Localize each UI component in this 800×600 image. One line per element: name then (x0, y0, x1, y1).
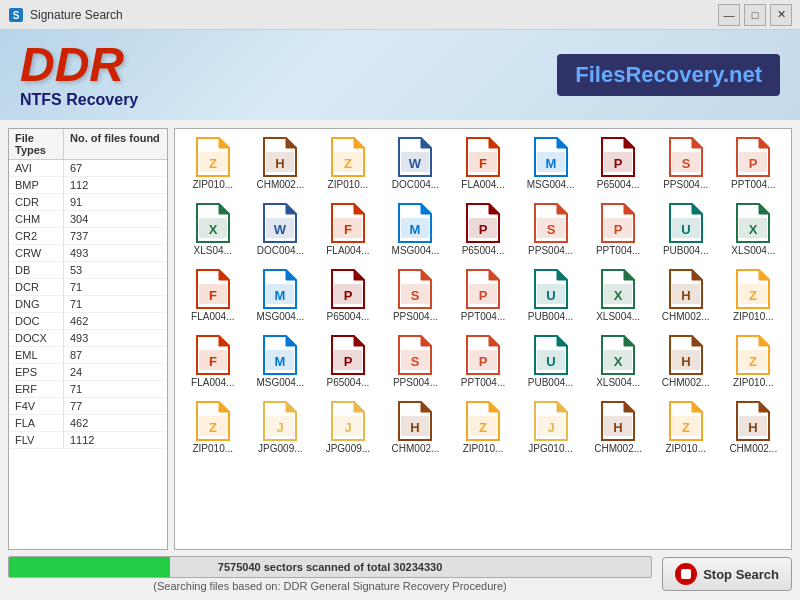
icon-item[interactable]: Z ZIP010... (720, 265, 788, 327)
icon-item[interactable]: J JPG009... (314, 397, 382, 459)
icon-item[interactable]: S PPS004... (652, 133, 720, 195)
file-type-row[interactable]: CDR91 (9, 194, 167, 211)
file-type-row[interactable]: AVI67 (9, 160, 167, 177)
icon-item[interactable]: U PUB004... (517, 331, 585, 393)
icon-item[interactable]: Z ZIP010... (449, 397, 517, 459)
icon-item[interactable]: H CHM002... (584, 397, 652, 459)
icon-item[interactable]: P P65004... (449, 199, 517, 261)
file-type-row[interactable]: EML87 (9, 347, 167, 364)
icon-item[interactable]: J JPG009... (247, 397, 315, 459)
file-type-row[interactable]: F4V77 (9, 398, 167, 415)
svg-text:Z: Z (749, 288, 757, 303)
icon-label: CHM002... (392, 443, 440, 455)
ft-count-cell: 71 (64, 296, 167, 312)
icon-item[interactable]: H CHM002... (720, 397, 788, 459)
file-icon-ppt: P (463, 269, 503, 309)
icon-item[interactable]: P P65004... (584, 133, 652, 195)
svg-text:P: P (344, 288, 353, 303)
svg-text:M: M (410, 222, 421, 237)
maximize-button[interactable]: □ (744, 4, 766, 26)
icon-label: FLA004... (191, 377, 234, 389)
icon-item[interactable]: P PPT004... (449, 265, 517, 327)
icon-item[interactable]: S PPS004... (382, 331, 450, 393)
file-icon-p65: P (463, 203, 503, 243)
icon-item[interactable]: M MSG004... (247, 265, 315, 327)
ft-type-cell: DOC (9, 313, 64, 329)
icon-item[interactable]: H CHM002... (652, 331, 720, 393)
icon-item[interactable]: H CHM002... (247, 133, 315, 195)
icon-item[interactable]: Z ZIP010... (314, 133, 382, 195)
icon-label: PUB004... (663, 245, 709, 257)
icon-item[interactable]: X XLS04... (179, 199, 247, 261)
icon-item[interactable]: P PPT004... (720, 133, 788, 195)
icon-label: PPT004... (461, 377, 505, 389)
icon-item[interactable]: X XLS004... (720, 199, 788, 261)
ft-count-cell: 737 (64, 228, 167, 244)
file-type-row[interactable]: CHM304 (9, 211, 167, 228)
icon-item[interactable]: F FLA004... (179, 331, 247, 393)
svg-text:H: H (681, 288, 690, 303)
file-type-row[interactable]: EPS24 (9, 364, 167, 381)
svg-text:Z: Z (209, 420, 217, 435)
icon-item[interactable]: M MSG004... (517, 133, 585, 195)
icon-label: ZIP010... (192, 443, 233, 455)
file-type-row[interactable]: BMP112 (9, 177, 167, 194)
file-type-row[interactable]: CR2737 (9, 228, 167, 245)
close-button[interactable]: ✕ (770, 4, 792, 26)
file-type-row[interactable]: DOC462 (9, 313, 167, 330)
minimize-button[interactable]: — (718, 4, 740, 26)
svg-text:Z: Z (479, 420, 487, 435)
file-type-row[interactable]: FLV1112 (9, 432, 167, 449)
icon-item[interactable]: P P65004... (314, 331, 382, 393)
icon-item[interactable]: W DOC004... (247, 199, 315, 261)
icon-item[interactable]: M MSG004... (382, 199, 450, 261)
svg-text:F: F (479, 156, 487, 171)
file-icon-chm: H (598, 401, 638, 441)
file-type-row[interactable]: DB53 (9, 262, 167, 279)
svg-text:X: X (614, 354, 623, 369)
icon-row: Z ZIP010... H CHM002... Z ZIP010... (179, 133, 787, 195)
file-type-row[interactable]: DNG71 (9, 296, 167, 313)
svg-text:W: W (409, 156, 422, 171)
file-types-header: File Types No. of files found (9, 129, 167, 160)
file-types-list[interactable]: AVI67BMP112CDR91CHM304CR2737CRW493DB53DC… (9, 160, 167, 549)
icon-item[interactable]: H CHM002... (652, 265, 720, 327)
file-type-row[interactable]: DCR71 (9, 279, 167, 296)
icon-item[interactable]: U PUB004... (517, 265, 585, 327)
file-type-row[interactable]: FLA462 (9, 415, 167, 432)
icon-grid-panel[interactable]: Z ZIP010... H CHM002... Z ZIP010... (174, 128, 792, 550)
icon-item[interactable]: J JPG010... (517, 397, 585, 459)
file-type-row[interactable]: CRW493 (9, 245, 167, 262)
icon-item[interactable]: Z ZIP010... (720, 331, 788, 393)
icon-item[interactable]: S PPS004... (382, 265, 450, 327)
icon-item[interactable]: X XLS004... (584, 331, 652, 393)
icon-row: F FLA004... M MSG004... P P65004... (179, 265, 787, 327)
icon-item[interactable]: Z ZIP010... (652, 397, 720, 459)
icon-item[interactable]: P PPT004... (449, 331, 517, 393)
icon-label: CHM002... (662, 311, 710, 323)
title-bar-controls: — □ ✕ (718, 4, 792, 26)
svg-text:P: P (479, 222, 488, 237)
icon-item[interactable]: F FLA004... (179, 265, 247, 327)
icon-item[interactable]: F FLA004... (449, 133, 517, 195)
ft-count-cell: 1112 (64, 432, 167, 448)
icon-item[interactable]: M MSG004... (247, 331, 315, 393)
header-banner: DDR NTFS Recovery FilesRecovery.net (0, 30, 800, 120)
file-type-row[interactable]: ERF71 (9, 381, 167, 398)
icon-label: DOC004... (257, 245, 304, 257)
icon-item[interactable]: P P65004... (314, 265, 382, 327)
progress-text: 7575040 sectors scanned of total 3023433… (218, 561, 442, 573)
icon-item[interactable]: Z ZIP010... (179, 133, 247, 195)
icon-item[interactable]: P PPT004... (584, 199, 652, 261)
icon-item[interactable]: W DOC004... (382, 133, 450, 195)
file-type-row[interactable]: DOCX493 (9, 330, 167, 347)
icon-item[interactable]: Z ZIP010... (179, 397, 247, 459)
icon-item[interactable]: F FLA004... (314, 199, 382, 261)
progress-section: 7575040 sectors scanned of total 3023433… (8, 556, 652, 592)
icon-item[interactable]: S PPS004... (517, 199, 585, 261)
file-icon-zip: Z (193, 401, 233, 441)
stop-search-button[interactable]: Stop Search (662, 557, 792, 591)
icon-item[interactable]: X XLS004... (584, 265, 652, 327)
icon-item[interactable]: H CHM002... (382, 397, 450, 459)
icon-item[interactable]: U PUB004... (652, 199, 720, 261)
